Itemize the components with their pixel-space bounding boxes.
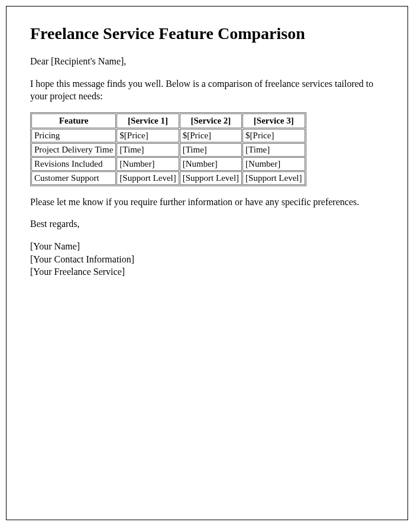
table-header-row: Feature [Service 1] [Service 2] [Service… — [31, 113, 305, 128]
cell-value: [Number] — [242, 157, 305, 171]
cell-value: [Support Level] — [180, 171, 242, 185]
cell-value: [Time] — [242, 143, 305, 157]
cell-value: [Number] — [117, 157, 179, 171]
signature-service: [Your Freelance Service] — [30, 265, 384, 278]
header-service-2: [Service 2] — [180, 113, 242, 128]
cell-feature: Revisions Included — [31, 157, 116, 171]
cell-feature: Project Delivery Time — [31, 143, 116, 157]
cell-value: [Support Level] — [117, 171, 179, 185]
page-title: Freelance Service Feature Comparison — [30, 24, 384, 43]
table-row: Pricing $[Price] $[Price] $[Price] — [31, 129, 305, 142]
cell-value: $[Price] — [242, 129, 305, 142]
signature-block: [Your Name] [Your Contact Information] [… — [30, 240, 384, 278]
cell-value: [Support Level] — [242, 171, 305, 185]
cell-feature: Pricing — [31, 129, 116, 142]
header-service-3: [Service 3] — [242, 113, 305, 128]
cell-value: [Number] — [180, 157, 242, 171]
header-service-1: [Service 1] — [117, 113, 179, 128]
header-feature: Feature — [31, 113, 116, 128]
signature-name: [Your Name] — [30, 240, 384, 253]
cell-value: $[Price] — [117, 129, 179, 142]
table-row: Project Delivery Time [Time] [Time] [Tim… — [31, 143, 305, 157]
closing-line: Best regards, — [30, 218, 384, 231]
greeting-line: Dear [Recipient's Name], — [30, 55, 384, 68]
cell-feature: Customer Support — [31, 171, 116, 185]
cell-value: $[Price] — [180, 129, 242, 142]
intro-paragraph: I hope this message finds you well. Belo… — [30, 77, 384, 103]
outro-paragraph: Please let me know if you require furthe… — [30, 196, 384, 209]
table-row: Customer Support [Support Level] [Suppor… — [31, 171, 305, 185]
table-row: Revisions Included [Number] [Number] [Nu… — [31, 157, 305, 171]
signature-contact: [Your Contact Information] — [30, 253, 384, 266]
cell-value: [Time] — [180, 143, 242, 157]
cell-value: [Time] — [117, 143, 179, 157]
document-page: Freelance Service Feature Comparison Dea… — [6, 6, 408, 520]
comparison-table: Feature [Service 1] [Service 2] [Service… — [30, 112, 306, 186]
